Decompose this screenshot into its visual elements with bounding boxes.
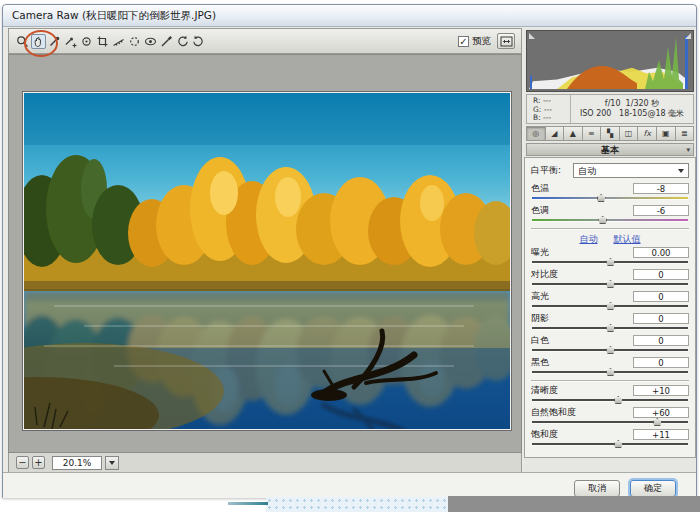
targeted-adjustment-tool[interactable] [79,34,94,49]
slider-value-box[interactable]: 0.00 [633,247,689,258]
zoom-dropdown-arrow[interactable] [105,456,119,470]
chevron-down-icon [678,169,684,173]
slider-track[interactable] [532,305,688,308]
slider-track[interactable] [532,197,688,200]
slider-value-box[interactable]: +11 [633,429,689,440]
tab-basic[interactable]: ◎ [526,126,546,141]
panel-header: 基本 ▾ [526,143,694,156]
slider-shadows: 阴影0 [531,313,689,333]
slider-handle[interactable] [606,368,615,376]
slider-track[interactable] [532,421,688,424]
slider-value-box[interactable]: 0 [633,357,689,368]
histogram-panel [526,30,694,92]
auto-link[interactable]: 自动 [580,233,598,245]
slider-handle[interactable] [606,280,615,288]
aperture-icon: ◎ [532,129,539,138]
slider-track[interactable] [532,283,688,286]
slider-track[interactable] [532,443,688,446]
slider-handle[interactable] [606,258,615,266]
straighten-tool[interactable] [111,34,126,49]
tab-presets[interactable]: ≣ [676,126,695,141]
zoom-in-button[interactable]: + [32,456,45,469]
slider-handle[interactable] [653,418,662,426]
slider-value-box[interactable]: +60 [633,407,689,418]
fullscreen-toggle-button[interactable] [497,33,515,49]
slider-value-box[interactable]: 0 [633,291,689,302]
divider [531,228,689,230]
red-eye-removal-tool[interactable] [143,34,158,49]
slider-handle[interactable] [606,324,615,332]
slider-value-box[interactable]: 0 [633,335,689,346]
slider-handle[interactable] [606,346,615,354]
tab-split-toning[interactable]: ▚ [601,126,620,141]
slider-value-box[interactable]: 0 [633,269,689,280]
slider-track[interactable] [532,371,688,374]
slider-value-box[interactable]: -8 [633,183,689,194]
adjustments-panel: R: --- G: --- B: --- f/10 1/320 秒 ISO 20… [524,28,696,473]
tab-detail[interactable]: ▲ [564,126,583,141]
white-balance-select[interactable]: 自动 [573,163,689,178]
tab-hsl-grayscale[interactable]: ≡ [583,126,602,141]
preview-pane [8,54,522,453]
slider-track[interactable] [532,349,688,352]
slider-value-box[interactable]: +10 [633,385,689,396]
ok-button[interactable]: 确定 [630,480,676,497]
zoom-controls: − + 20.1% [8,453,522,473]
zoom-out-button[interactable]: − [16,456,29,469]
slider-handle[interactable] [614,440,623,448]
slider-blacks: 黑色0 [531,357,689,377]
slider-value-box[interactable]: 0 [633,313,689,324]
slider-track[interactable] [532,219,688,222]
white-balance-tool[interactable] [47,34,62,49]
title-bar[interactable]: Camera Raw (秋日暖阳下的倒影世界.JPG) [3,5,696,27]
zoom-tool[interactable] [15,34,30,49]
tab-strip: ◎ ◢ ▲ ≡ ▚ ◫ fx ▣ ≣ [526,126,694,141]
slider-track[interactable] [532,327,688,330]
slider-handle[interactable] [598,216,607,224]
hand-tool[interactable] [31,34,46,49]
tab-camera-calibration[interactable]: ▣ [657,126,676,141]
lens-icon: ◫ [625,129,633,138]
tab-tone-curve[interactable]: ◢ [546,126,565,141]
split-tone-icon: ▚ [607,129,613,138]
tab-effects[interactable]: fx [638,126,657,141]
preview-checkbox[interactable]: ✓ [458,36,469,47]
slider-handle[interactable] [614,396,623,404]
slider-handle[interactable] [597,194,606,202]
preview-label: 预览 [472,35,491,48]
default-link[interactable]: 默认值 [614,233,641,245]
photo-canvas[interactable] [23,92,511,430]
white-balance-label: 白平衡: [531,164,573,177]
rotate-right-tool[interactable] [191,34,206,49]
rotate-left-tool[interactable] [175,34,190,49]
panel-menu-icon[interactable]: ▾ [686,144,690,156]
fx-icon: fx [643,129,651,138]
zoom-level-select[interactable]: 20.1% [52,456,102,470]
cancel-button[interactable]: 取消 [574,480,620,497]
presets-icon: ≣ [681,129,688,138]
slider-value-box[interactable]: -6 [633,205,689,216]
crop-tool[interactable] [95,34,110,49]
camera-raw-dialog: Camera Raw (秋日暖阳下的倒影世界.JPG) [0,0,700,512]
highlight-clipping-indicator[interactable] [685,33,691,39]
spot-removal-tool[interactable] [127,34,142,49]
photo-image [24,93,510,429]
basic-panel: 白平衡: 自动 色温-8 色调-6 自动 默认值 [524,157,696,458]
slider-highlights: 高光0 [531,291,689,311]
dialog-footer: 取消 确定 [3,472,696,498]
shadow-clipping-indicator[interactable] [529,33,535,39]
slider-clarity: 清晰度+10 [531,385,689,405]
exif-iso-lens: ISO 200 18-105@18 毫米 [571,109,693,119]
slider-track[interactable] [532,261,688,264]
adjustment-brush-tool[interactable] [159,34,174,49]
slider-track[interactable] [532,399,688,402]
hsl-icon: ≡ [588,129,595,138]
slider-temperature: 色温-8 [531,183,689,203]
slider-handle[interactable] [606,302,615,310]
tab-lens-corrections[interactable]: ◫ [620,126,639,141]
slider-contrast: 对比度0 [531,269,689,289]
exif-info: f/10 1/320 秒 ISO 200 18-105@18 毫米 [571,95,693,123]
curve-icon: ◢ [551,129,557,138]
color-sampler-tool[interactable] [63,34,78,49]
decor-dot-pattern [266,497,448,512]
